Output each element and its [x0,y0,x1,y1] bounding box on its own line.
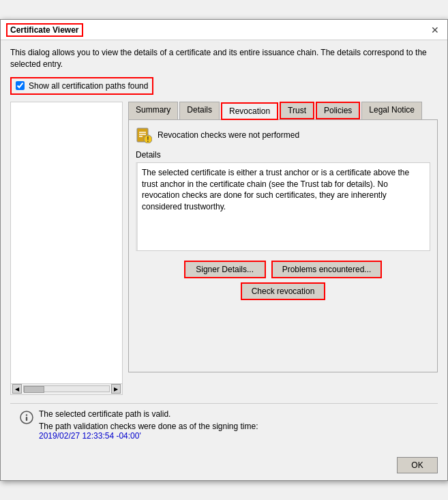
certificate-tree-panel: ◀ ▶ [10,102,123,395]
dialog-body: This dialog allows you to view the detai… [1,40,447,453]
show-all-paths-row: Show all certification paths found [10,77,153,95]
buttons-row-1: Signer Details... Problems encountered..… [136,261,430,278]
close-button[interactable]: ✕ [428,23,442,37]
scroll-right-arrow[interactable]: ▶ [111,384,121,394]
tab-summary[interactable]: Summary [128,102,178,119]
main-area: ◀ ▶ Summary Details [10,102,438,395]
ok-button[interactable]: OK [397,457,438,473]
tab-trust[interactable]: Trust [280,102,314,119]
tab-legal-notice[interactable]: Legal Notice [361,102,422,119]
tree-scrollbar[interactable]: ◀ ▶ [11,383,122,394]
details-label: Details [136,150,430,160]
info-icon [20,411,33,424]
scroll-thumb[interactable] [24,386,44,393]
status-detail-label: The path validation checks were done as … [39,422,428,431]
show-all-paths-checkbox[interactable] [16,81,25,90]
revocation-status-icon: ! [136,127,152,143]
revocation-status-text: Revocation checks were not performed [158,130,299,140]
check-revocation-button[interactable]: Check revocation [241,282,326,300]
revocation-header: ! Revocation checks were not performed [136,127,430,143]
certificate-viewer-dialog: Certificate Viewer ✕ This dialog allows … [0,19,448,481]
tabs-bar: Summary Details Revocation Trust Policie… [128,102,438,120]
status-bar: The selected certificate path is valid. … [10,403,438,446]
status-detail-value: 2019/02/27 12:33:54 -04:00' [39,431,428,441]
problems-encountered-button[interactable]: Problems encountered... [271,261,383,278]
scroll-track[interactable] [23,385,110,392]
buttons-row-2: Check revocation [136,282,430,300]
svg-text:!: ! [147,136,149,143]
right-panel: Summary Details Revocation Trust Policie… [128,102,438,395]
status-valid-text: The selected certificate path is valid. [39,409,428,419]
tab-revocation[interactable]: Revocation [221,102,278,120]
signer-details-button[interactable]: Signer Details... [184,261,266,278]
scroll-left-arrow[interactable]: ◀ [12,384,22,394]
title-bar: Certificate Viewer ✕ [1,20,447,40]
details-section: Details The selected certificate is eith… [136,150,430,251]
tab-details[interactable]: Details [179,102,220,119]
details-text-box: The selected certificate is either a tru… [136,162,430,251]
dialog-title: Certificate Viewer [6,23,83,37]
dialog-footer: OK [1,453,447,480]
tab-content-revocation: ! Revocation checks were not performed D… [128,120,438,372]
svg-rect-8 [26,417,27,421]
status-text-area: The selected certificate path is valid. … [39,409,428,441]
show-all-paths-label: Show all certification paths found [29,81,148,91]
tab-policies[interactable]: Policies [316,102,360,119]
svg-point-7 [26,414,27,415]
description-text: This dialog allows you to view the detai… [10,47,438,70]
